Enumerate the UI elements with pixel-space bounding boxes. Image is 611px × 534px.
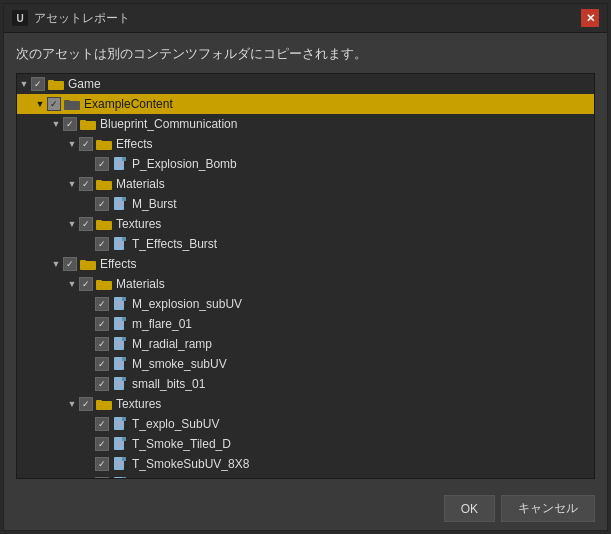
tree-item[interactable]: ▼ Textures <box>17 214 594 234</box>
tree-checkbox[interactable] <box>95 337 109 351</box>
tree-item-label: Game <box>68 77 101 91</box>
tree-arrow-icon: ▼ <box>49 259 63 269</box>
tree-item[interactable]: ▼ Textures <box>17 394 594 414</box>
tree-checkbox[interactable] <box>95 437 109 451</box>
svg-rect-36 <box>122 297 126 301</box>
folder-icon <box>80 118 96 130</box>
tree-checkbox[interactable] <box>79 137 93 151</box>
tree-arrow-icon: ▼ <box>65 279 79 289</box>
file-icon <box>112 457 128 471</box>
tree-item[interactable]: ▼ T_SUB_UV_Small_Rocks <box>17 474 594 479</box>
file-icon <box>112 337 128 351</box>
tree-item[interactable]: ▼ Materials <box>17 174 594 194</box>
file-icon <box>112 437 128 451</box>
tree-item-label: M_Burst <box>132 197 177 211</box>
svg-rect-7 <box>96 140 102 143</box>
tree-item[interactable]: ▼ Effects <box>17 254 594 274</box>
tree-item[interactable]: ▼ M_smoke_subUV <box>17 354 594 374</box>
tree-item[interactable]: ▼ small_bits_01 <box>17 374 594 394</box>
tree-item[interactable]: ▼ ExampleContent <box>17 94 594 114</box>
svg-rect-3 <box>64 100 70 103</box>
tree-checkbox[interactable] <box>95 457 109 471</box>
file-icon <box>112 357 128 371</box>
folder-icon <box>96 398 112 410</box>
svg-rect-23 <box>96 220 102 223</box>
tree-arrow-icon: ▼ <box>33 99 47 109</box>
tree-item-label: m_flare_01 <box>132 317 192 331</box>
tree-checkbox[interactable] <box>95 157 109 171</box>
tree-item-label: M_radial_ramp <box>132 337 212 351</box>
tree-item-label: T_Smoke_Tiled_D <box>132 437 231 451</box>
cancel-button[interactable]: キャンセル <box>501 495 595 522</box>
tree-item-label: Textures <box>116 217 161 231</box>
tree-checkbox[interactable] <box>95 317 109 331</box>
tree-item[interactable]: ▼ P_Explosion_Bomb <box>17 154 594 174</box>
folder-icon <box>48 78 64 90</box>
svg-rect-54 <box>122 357 126 361</box>
svg-rect-74 <box>122 437 126 441</box>
content-area: 次のアセットは別のコンテンツフォルダにコピーされます。 ▼ Game▼ Exam… <box>4 33 607 487</box>
title-bar: U アセットレポート ✕ <box>4 4 607 33</box>
tree-item-label: T_SUB_UV_Small_Rocks <box>132 477 271 479</box>
tree-checkbox[interactable] <box>63 257 77 271</box>
tree-checkbox[interactable] <box>79 177 93 191</box>
tree-item-label: M_explosion_subUV <box>132 297 242 311</box>
folder-icon <box>96 178 112 190</box>
tree-item[interactable]: ▼ Blueprint_Communication <box>17 114 594 134</box>
svg-rect-18 <box>122 197 126 201</box>
tree-item-label: small_bits_01 <box>132 377 205 391</box>
tree-item-label: T_Effects_Burst <box>132 237 217 251</box>
tree-checkbox[interactable] <box>79 277 93 291</box>
tree-item-label: Effects <box>116 137 152 151</box>
ok-button[interactable]: OK <box>444 495 495 522</box>
ue-logo-icon: U <box>12 10 28 26</box>
tree-checkbox[interactable] <box>31 77 45 91</box>
tree-item[interactable]: ▼ M_radial_ramp <box>17 334 594 354</box>
tree-view[interactable]: ▼ Game▼ ExampleContent▼ Blueprint_Commun… <box>16 73 595 479</box>
tree-arrow-icon: ▼ <box>49 119 63 129</box>
footer: OK キャンセル <box>4 487 607 530</box>
close-button[interactable]: ✕ <box>581 9 599 27</box>
svg-rect-26 <box>122 237 126 241</box>
tree-item-label: Effects <box>100 257 136 271</box>
window-title: アセットレポート <box>34 10 130 27</box>
tree-item[interactable]: ▼ T_SmokeSubUV_8X8 <box>17 454 594 474</box>
svg-rect-60 <box>122 377 126 381</box>
tree-checkbox[interactable] <box>95 357 109 371</box>
tree-item[interactable]: ▼ Effects <box>17 134 594 154</box>
tree-item[interactable]: ▼ Materials <box>17 274 594 294</box>
tree-arrow-icon: ▼ <box>17 79 31 89</box>
tree-item-label: T_SmokeSubUV_8X8 <box>132 457 249 471</box>
svg-rect-5 <box>80 120 86 123</box>
tree-checkbox[interactable] <box>63 117 77 131</box>
svg-rect-15 <box>96 180 102 183</box>
svg-rect-42 <box>122 317 126 321</box>
tree-checkbox[interactable] <box>95 297 109 311</box>
tree-checkbox[interactable] <box>95 197 109 211</box>
tree-checkbox[interactable] <box>79 217 93 231</box>
tree-item-label: ExampleContent <box>84 97 173 111</box>
tree-item[interactable]: ▼ T_explo_SubUV <box>17 414 594 434</box>
tree-item[interactable]: ▼ T_Smoke_Tiled_D <box>17 434 594 454</box>
tree-checkbox[interactable] <box>95 477 109 479</box>
tree-checkbox[interactable] <box>95 417 109 431</box>
svg-rect-48 <box>122 337 126 341</box>
file-icon <box>112 197 128 211</box>
tree-checkbox[interactable] <box>95 377 109 391</box>
tree-item-label: Materials <box>116 277 165 291</box>
tree-arrow-icon: ▼ <box>65 219 79 229</box>
subtitle-text: 次のアセットは別のコンテンツフォルダにコピーされます。 <box>16 45 595 63</box>
tree-checkbox[interactable] <box>79 397 93 411</box>
tree-item[interactable]: ▼ Game <box>17 74 594 94</box>
tree-item[interactable]: ▼ T_Effects_Burst <box>17 234 594 254</box>
file-icon <box>112 317 128 331</box>
folder-icon <box>96 218 112 230</box>
tree-checkbox[interactable] <box>95 237 109 251</box>
file-icon <box>112 377 128 391</box>
tree-arrow-icon: ▼ <box>65 399 79 409</box>
tree-item[interactable]: ▼ M_explosion_subUV <box>17 294 594 314</box>
tree-item-label: P_Explosion_Bomb <box>132 157 237 171</box>
tree-checkbox[interactable] <box>47 97 61 111</box>
tree-item[interactable]: ▼ M_Burst <box>17 194 594 214</box>
tree-item[interactable]: ▼ m_flare_01 <box>17 314 594 334</box>
